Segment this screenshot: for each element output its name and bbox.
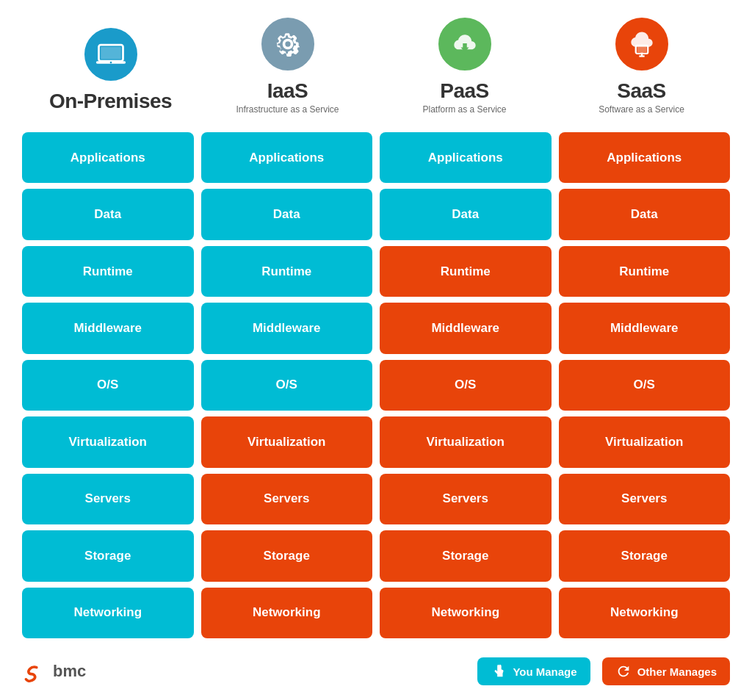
gear-icon [272, 28, 304, 60]
cell-saas-storage: Storage [559, 530, 731, 581]
cell-on-premises-middleware: Middleware [22, 303, 194, 353]
cell-saas-runtime: Runtime [559, 246, 731, 297]
iaas-subtitle: Infrastructure as a Service [236, 104, 339, 115]
svg-rect-7 [637, 47, 646, 52]
cell-on-premises-runtime: Runtime [22, 246, 194, 297]
legend-other-manages: Other Manages [602, 657, 730, 685]
cell-paas-networking: Networking [380, 588, 552, 638]
iaas-title: IaaS [267, 79, 308, 103]
cell-saas-servers: Servers [559, 474, 731, 524]
svg-point-3 [109, 62, 112, 64]
grid-col-saas: ApplicationsDataRuntimeMiddlewareO/SVirt… [559, 132, 731, 638]
bmc-logo-icon [22, 658, 48, 685]
cell-paas-storage: Storage [380, 530, 552, 581]
grid-col-paas: ApplicationsDataRuntimeMiddlewareO/SVirt… [380, 132, 552, 638]
cell-paas-virtualization: Virtualization [380, 416, 552, 467]
hand-icon [491, 663, 507, 679]
cell-saas-data: Data [559, 189, 731, 239]
cell-iaas-data: Data [201, 189, 373, 239]
cell-paas-servers: Servers [380, 474, 552, 524]
refresh-icon [615, 663, 632, 679]
cell-paas-os: O/S [380, 360, 552, 411]
cell-saas-os: O/S [559, 360, 731, 411]
cell-on-premises-data: Data [22, 189, 194, 239]
laptop-icon [95, 38, 127, 71]
cell-on-premises-servers: Servers [22, 474, 194, 524]
grid-col-on-premises: ApplicationsDataRuntimeMiddlewareO/SVirt… [22, 132, 194, 638]
cell-on-premises-applications: Applications [22, 132, 194, 183]
header: On-Premises IaaS Infrastructure as a Ser… [22, 15, 730, 120]
cell-iaas-servers: Servers [201, 474, 373, 524]
comparison-grid: ApplicationsDataRuntimeMiddlewareO/SVirt… [22, 132, 730, 638]
col-header-iaas: IaaS Infrastructure as a Service [203, 15, 372, 115]
cell-iaas-os: O/S [201, 360, 373, 411]
cell-iaas-storage: Storage [201, 530, 373, 581]
cell-on-premises-virtualization: Virtualization [22, 416, 194, 467]
cell-saas-virtualization: Virtualization [559, 416, 731, 467]
saas-title: SaaS [617, 79, 666, 103]
legend-you-manage: You Manage [477, 657, 590, 685]
footer: bmc You Manage Other Manages [22, 652, 730, 685]
cell-saas-applications: Applications [559, 132, 731, 183]
other-manages-label: Other Manages [637, 665, 717, 678]
paas-icon-circle [435, 15, 494, 73]
cell-paas-applications: Applications [380, 132, 552, 183]
on-premises-icon-circle [82, 25, 140, 84]
cell-paas-middleware: Middleware [380, 303, 552, 353]
paas-subtitle: Platform as a Service [422, 104, 506, 115]
col-header-paas: PaaS Platform as a Service [380, 15, 549, 115]
iaas-icon-circle [258, 15, 317, 73]
cell-saas-middleware: Middleware [559, 303, 731, 353]
cell-iaas-middleware: Middleware [201, 303, 373, 353]
bmc-text: bmc [53, 662, 86, 681]
col-header-saas: SaaS Software as a Service [557, 15, 726, 115]
cloud-download-icon [449, 28, 481, 60]
saas-icon-circle [612, 15, 671, 73]
cell-iaas-applications: Applications [201, 132, 373, 183]
cell-on-premises-networking: Networking [22, 588, 194, 638]
cell-paas-data: Data [380, 189, 552, 239]
col-header-on-premises: On-Premises [26, 25, 195, 115]
cell-on-premises-storage: Storage [22, 530, 194, 581]
you-manage-label: You Manage [513, 665, 576, 678]
cell-iaas-networking: Networking [201, 588, 373, 638]
cell-iaas-virtualization: Virtualization [201, 416, 373, 467]
cell-paas-runtime: Runtime [380, 246, 552, 297]
cloud-screen-icon [626, 28, 658, 60]
cell-saas-networking: Networking [559, 588, 731, 638]
bmc-brand: bmc [22, 658, 86, 685]
paas-title: PaaS [440, 79, 489, 103]
cell-iaas-runtime: Runtime [201, 246, 373, 297]
legend: You Manage Other Manages [477, 657, 730, 685]
saas-subtitle: Software as a Service [599, 104, 684, 115]
main-container: On-Premises IaaS Infrastructure as a Ser… [0, 0, 752, 700]
on-premises-title: On-Premises [49, 90, 172, 113]
svg-rect-1 [101, 47, 121, 59]
grid-col-iaas: ApplicationsDataRuntimeMiddlewareO/SVirt… [201, 132, 373, 638]
cell-on-premises-os: O/S [22, 360, 194, 411]
